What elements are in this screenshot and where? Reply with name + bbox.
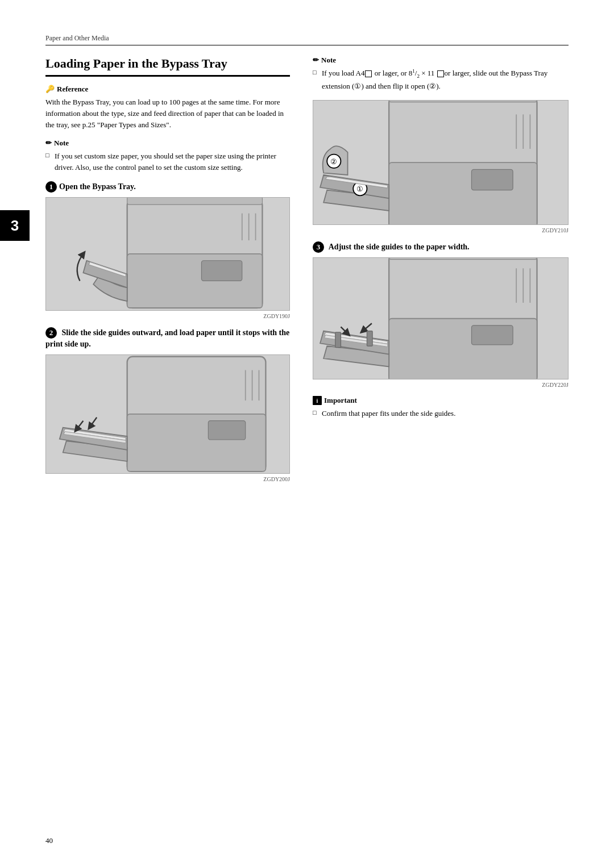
chapter-number: 3 bbox=[11, 217, 19, 235]
page-number: 40 bbox=[45, 836, 53, 845]
svg-rect-25 bbox=[389, 319, 537, 379]
important-label-text: Important bbox=[324, 396, 357, 405]
step1-image-caption: ZGDY190J bbox=[45, 313, 290, 319]
svg-rect-27 bbox=[367, 331, 372, 347]
step2-label: Slide the side guides outward, and load … bbox=[45, 328, 289, 348]
svg-text:②: ② bbox=[330, 157, 337, 165]
note-label-left: ✏ Note bbox=[45, 139, 290, 148]
step3-svg bbox=[313, 257, 568, 379]
section-title: Loading Paper in the Bypass Tray bbox=[45, 56, 290, 77]
left-column: Loading Paper in the Bypass Tray 🔑 Refer… bbox=[45, 56, 290, 490]
step3-label: Adjust the side guides to the paper widt… bbox=[329, 243, 470, 251]
important-icon: i bbox=[313, 396, 322, 405]
note-text-right: If you load A4 or lager, or 81/2 × 11 or… bbox=[313, 68, 569, 92]
breadcrumb-text: Paper and Other Media bbox=[45, 34, 109, 42]
right-note-image-caption: ZGDY210J bbox=[313, 227, 569, 233]
right-note-image: ① ② bbox=[313, 100, 569, 225]
svg-rect-14 bbox=[389, 162, 537, 225]
a4-checkbox-icon bbox=[365, 70, 372, 77]
reference-label-text: Reference bbox=[57, 85, 88, 94]
right-note-svg: ① ② bbox=[313, 100, 568, 225]
note-label-right: ✏ Note bbox=[313, 56, 569, 65]
svg-rect-12 bbox=[208, 421, 245, 440]
content-wrapper: Loading Paper in the Bypass Tray 🔑 Refer… bbox=[45, 56, 569, 490]
reference-block: 🔑 Reference With the Bypass Tray, you ca… bbox=[45, 85, 290, 131]
step1-image bbox=[45, 197, 290, 311]
step1-heading: 1 Open the Bypass Tray. bbox=[45, 181, 290, 193]
step2-image-caption: ZGDY200J bbox=[45, 476, 290, 482]
breadcrumb: Paper and Other Media bbox=[45, 34, 569, 45]
important-text: Confirm that paper fits under the side g… bbox=[313, 408, 569, 419]
pencil-icon-left: ✏ bbox=[45, 139, 52, 148]
note-text-left: If you set custom size paper, you should… bbox=[45, 151, 290, 173]
svg-rect-26 bbox=[335, 332, 341, 348]
step1-svg bbox=[46, 197, 289, 311]
step3-image-caption: ZGDY220J bbox=[313, 382, 569, 388]
note-label-left-text: Note bbox=[54, 139, 69, 148]
note-block-left: ✏ Note If you set custom size paper, you… bbox=[45, 139, 290, 173]
step3-num: 3 bbox=[313, 241, 324, 253]
important-block: i Important Confirm that paper fits unde… bbox=[313, 396, 569, 419]
key-icon: 🔑 bbox=[45, 85, 55, 94]
step2-heading: 2 Slide the side guides outward, and loa… bbox=[45, 327, 290, 350]
page: Paper and Other Media 3 Loading Paper in… bbox=[0, 0, 614, 868]
step2-image bbox=[45, 354, 290, 474]
11-checkbox-icon bbox=[437, 70, 444, 77]
svg-rect-32 bbox=[389, 257, 537, 260]
reference-label: 🔑 Reference bbox=[45, 85, 290, 94]
step1-num: 1 bbox=[45, 181, 57, 193]
svg-rect-31 bbox=[471, 326, 513, 345]
reference-text: With the Bypass Tray, you can load up to… bbox=[45, 97, 290, 131]
pencil-icon-right: ✏ bbox=[313, 56, 319, 65]
step2-svg bbox=[46, 354, 289, 474]
chapter-marker: 3 bbox=[0, 210, 30, 241]
svg-rect-6 bbox=[201, 261, 242, 281]
step3-heading: 3 Adjust the side guides to the paper wi… bbox=[313, 241, 569, 253]
note-block-right: ✏ Note If you load A4 or lager, or 81/2 … bbox=[313, 56, 569, 92]
note-label-right-text: Note bbox=[321, 56, 336, 65]
step3-image bbox=[313, 257, 569, 379]
step1-label: Open the Bypass Tray. bbox=[59, 182, 136, 191]
important-label: i Important bbox=[313, 396, 569, 405]
svg-text:①: ① bbox=[356, 185, 363, 193]
svg-rect-22 bbox=[471, 169, 513, 190]
step2-num: 2 bbox=[45, 327, 57, 339]
svg-rect-23 bbox=[389, 100, 537, 102]
svg-rect-5 bbox=[127, 197, 263, 205]
right-column: ✏ Note If you load A4 or lager, or 81/2 … bbox=[313, 56, 569, 490]
